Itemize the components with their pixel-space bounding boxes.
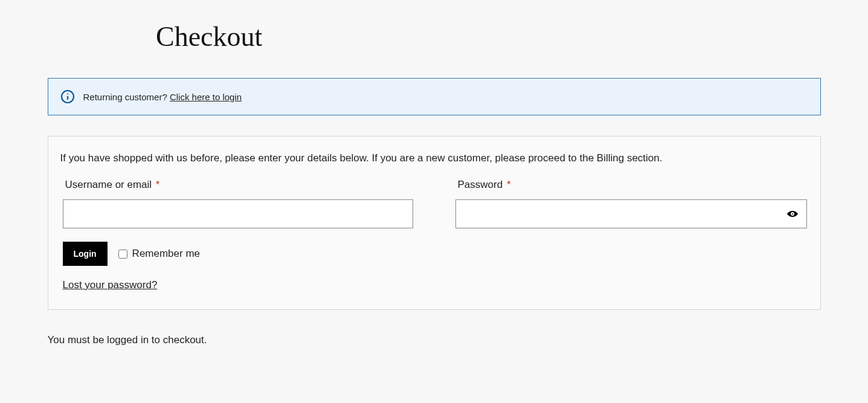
page-title: Checkout xyxy=(156,21,868,53)
password-label: Password * xyxy=(458,179,511,191)
username-field-group: Username or email * xyxy=(63,179,413,228)
login-button[interactable]: Login xyxy=(63,242,108,266)
remember-me-label: Remember me xyxy=(132,248,200,260)
remember-me-checkbox[interactable] xyxy=(118,250,127,259)
required-indicator: * xyxy=(156,179,160,190)
username-input[interactable] xyxy=(63,199,413,228)
username-label-text: Username or email xyxy=(65,179,152,190)
notice-text: Returning customer? Click here to login xyxy=(83,92,242,102)
password-label-text: Password xyxy=(458,179,503,190)
lost-password-link[interactable]: Lost your password? xyxy=(63,279,158,291)
password-input[interactable] xyxy=(455,199,807,228)
login-panel: If you have shopped with us before, plea… xyxy=(48,136,821,310)
notice-prefix: Returning customer? xyxy=(83,92,170,102)
username-label: Username or email * xyxy=(65,179,160,191)
returning-customer-notice: Returning customer? Click here to login xyxy=(48,78,821,115)
svg-point-2 xyxy=(66,93,68,94)
required-indicator: * xyxy=(507,179,511,190)
must-login-message: You must be logged in to checkout. xyxy=(48,334,821,346)
remember-me-group[interactable]: Remember me xyxy=(118,248,200,260)
info-icon xyxy=(60,89,75,104)
eye-icon[interactable] xyxy=(786,208,799,220)
password-field-group: Password * xyxy=(455,179,807,228)
login-toggle-link[interactable]: Click here to login xyxy=(170,92,242,102)
login-intro-text: If you have shopped with us before, plea… xyxy=(60,152,806,164)
svg-point-4 xyxy=(792,213,793,214)
